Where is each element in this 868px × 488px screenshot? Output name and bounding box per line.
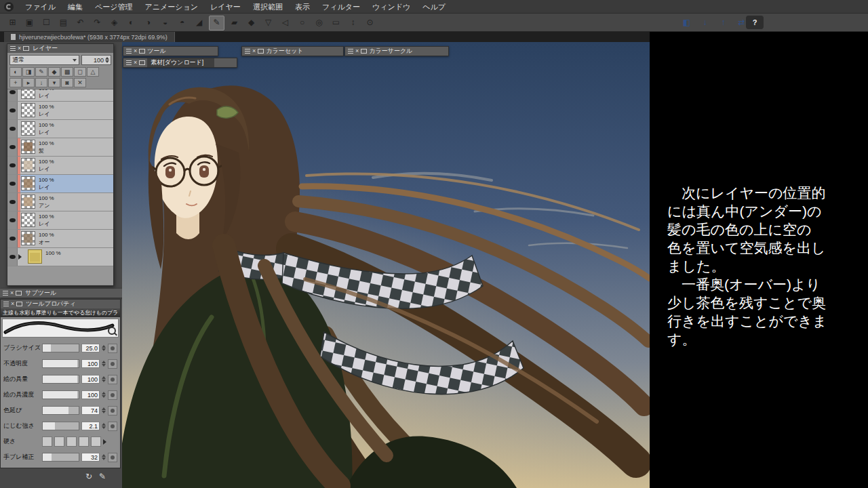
panel-toggle-icon[interactable]: ▤ (56, 16, 71, 29)
blend-icon[interactable]: ◐ (124, 16, 138, 29)
transfer-down-icon[interactable]: ↓ (35, 78, 47, 87)
eye-visibility-icon[interactable] (7, 138, 18, 156)
eye-visibility-icon[interactable] (7, 230, 18, 247)
eye-visibility-icon[interactable] (7, 193, 18, 211)
slider-option-icon[interactable] (108, 359, 117, 369)
draft-layer-icon[interactable]: ✎ (35, 67, 47, 77)
menu-item[interactable]: アニメーション (139, 0, 205, 14)
tone-icon[interactable]: ◑ (141, 16, 155, 29)
panel-close-icon[interactable]: × (18, 45, 21, 52)
menu-item[interactable]: フィルター (316, 0, 366, 14)
panel-close-icon[interactable]: × (134, 48, 137, 54)
panel-minimize-icon[interactable] (23, 46, 29, 51)
spinner-arrows-icon[interactable] (102, 407, 106, 413)
menu-item[interactable]: ファイル (19, 0, 62, 14)
lock-layer-icon[interactable]: ◆ (48, 67, 60, 77)
material-icon[interactable]: ◒ (158, 16, 172, 29)
panel-close-icon[interactable]: × (252, 48, 256, 54)
flip-view-icon[interactable]: ◧ (679, 16, 694, 29)
panel-close-icon[interactable]: × (10, 290, 14, 296)
slider-option-icon[interactable] (108, 375, 117, 384)
floating-panel[interactable]: × カラーセット (241, 46, 344, 56)
layer-thumbnail[interactable] (21, 89, 35, 99)
property-value[interactable]: 100 (81, 375, 100, 384)
property-value[interactable]: 25.0 (81, 344, 100, 352)
rotate-canvas-icon[interactable]: ⊙ (363, 16, 377, 29)
hardness-level-box[interactable] (42, 436, 52, 447)
spinner-arrows-icon[interactable] (102, 454, 106, 460)
new-layer-icon[interactable]: + (9, 78, 22, 87)
delete-layer-icon[interactable]: ✕ (74, 78, 86, 87)
blend-mode-dropdown[interactable]: 通常 (9, 55, 79, 65)
export-icon[interactable]: ↓ (698, 16, 712, 29)
undo-icon[interactable]: ↶ (73, 16, 87, 29)
menu-item[interactable]: 選択範囲 (247, 0, 289, 14)
layer-mask-icon[interactable]: ◙ (61, 78, 73, 87)
move-tool-icon[interactable]: ↕ (346, 16, 360, 29)
panel-close-icon[interactable]: × (134, 60, 137, 66)
spinner-arrows-icon[interactable] (102, 392, 106, 398)
spinner-arrows-icon[interactable] (102, 361, 106, 367)
panel-menu-icon[interactable] (3, 291, 8, 296)
lasso-tool-icon[interactable]: ○ (295, 16, 309, 29)
eye-visibility-icon[interactable] (7, 211, 18, 229)
panel-minimize-icon[interactable] (361, 49, 367, 54)
magnifier-icon[interactable] (108, 327, 116, 335)
spinner-arrows-icon[interactable] (102, 376, 106, 382)
hand-tool-icon[interactable]: ▭ (329, 16, 343, 29)
property-value[interactable]: 100 (81, 359, 100, 368)
panel-close-icon[interactable]: × (355, 48, 359, 54)
property-value[interactable]: 74 (81, 406, 100, 415)
gradient-icon[interactable]: ◓ (175, 16, 189, 29)
lock-transparent-icon[interactable]: ▩ (61, 67, 73, 77)
window-layout-icon[interactable]: ▣ (22, 16, 37, 29)
panel-menu-icon[interactable] (3, 302, 9, 306)
subtool-panel-titlebar[interactable]: × サブツール (0, 289, 126, 298)
decoration-tool-icon[interactable]: ◆ (244, 16, 258, 29)
clip-below-icon[interactable]: ◨ (22, 67, 35, 77)
blend-through-icon[interactable]: ◐ (9, 67, 22, 77)
hardness-level-box[interactable] (79, 436, 89, 447)
panel-menu-icon[interactable] (126, 60, 132, 65)
edit-settings-icon[interactable]: ✎ (99, 472, 106, 481)
floating-panel[interactable]: × 素材[ダウンロード] (123, 58, 237, 68)
new-folder-icon[interactable]: ▸ (22, 78, 35, 87)
layer-thumbnail[interactable] (21, 176, 35, 190)
folder-expand-icon[interactable] (18, 254, 24, 260)
hardness-level-box[interactable] (66, 436, 77, 447)
menu-item[interactable]: 編集 (62, 0, 89, 14)
document-tab[interactable]: hjiverunezwjiecbuofewa* (5938 x 3774px 7… (4, 32, 175, 42)
filter-icon[interactable]: ◈ (107, 16, 121, 29)
layer-thumbnail[interactable] (21, 103, 35, 117)
layer-thumbnail[interactable] (21, 121, 35, 136)
layer-thumbnail[interactable] (21, 231, 35, 245)
layer-row[interactable]: 100 % レイ (7, 211, 113, 230)
hardness-level-box[interactable] (54, 436, 64, 447)
spinner-arrows-icon[interactable] (102, 423, 106, 429)
eye-visibility-icon[interactable] (7, 248, 18, 266)
spinner-arrows-icon[interactable] (102, 345, 106, 351)
help-button[interactable]: ? (746, 16, 764, 29)
property-slider[interactable] (42, 359, 79, 368)
panel-menu-icon[interactable] (126, 49, 132, 54)
panel-close-icon[interactable]: × (11, 301, 14, 307)
enable-mask-icon[interactable]: ◻ (74, 67, 86, 77)
property-value[interactable]: 2.1 (81, 422, 100, 430)
property-slider[interactable] (42, 422, 79, 430)
panel-menu-icon[interactable] (245, 49, 250, 54)
layer-thumbnail[interactable] (28, 249, 42, 264)
layer-row[interactable]: 100 % オー (7, 230, 113, 248)
layer-thumbnail[interactable] (21, 213, 35, 227)
workspace-grid-icon[interactable]: ⊞ (5, 16, 20, 29)
panel-menu-icon[interactable] (348, 49, 353, 54)
menu-item[interactable]: ページ管理 (89, 0, 139, 14)
eraser-tool-icon[interactable]: ▽ (261, 16, 275, 29)
panel-minimize-icon[interactable] (139, 60, 145, 65)
property-slider[interactable] (42, 453, 79, 462)
property-slider[interactable] (42, 406, 79, 415)
eyedropper-icon[interactable]: ◢ (192, 16, 206, 29)
reset-settings-icon[interactable]: ↻ (85, 472, 92, 481)
layer-row[interactable]: 100 % レイ (7, 102, 113, 120)
panel-minimize-icon[interactable] (139, 49, 145, 54)
redo-icon[interactable]: ↷ (90, 16, 104, 29)
